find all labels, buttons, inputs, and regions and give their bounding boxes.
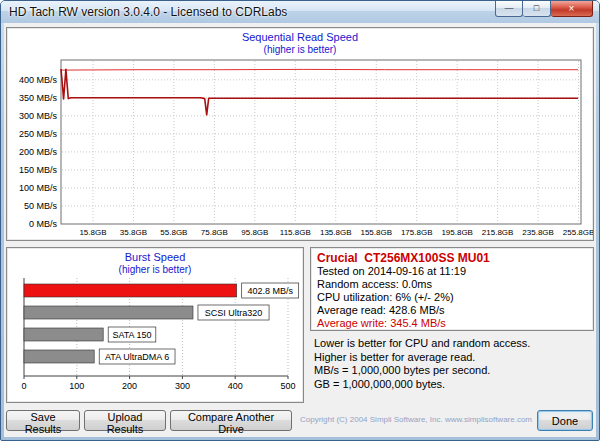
app-window: HD Tach RW version 3.0.4.0 - Licensed to… [0, 0, 600, 441]
close-button[interactable]: × [551, 1, 593, 17]
svg-text:ATA UltraDMA 6: ATA UltraDMA 6 [105, 352, 169, 362]
svg-text:215.8GB: 215.8GB [482, 228, 514, 237]
svg-text:100 MB/s: 100 MB/s [19, 183, 58, 193]
maximize-icon: □ [534, 4, 539, 13]
upload-results-button[interactable]: Upload Results [84, 410, 166, 431]
svg-text:75.8GB: 75.8GB [201, 228, 228, 237]
svg-text:200: 200 [122, 381, 137, 391]
read-chart-title: Sequential Read Speed [7, 31, 593, 44]
svg-text:255.8GB: 255.8GB [563, 228, 593, 237]
window-title: HD Tach RW version 3.0.4.0 - Licensed to… [9, 5, 287, 19]
average-write-line: Average write: 345.4 MB/s [317, 317, 587, 330]
average-read-line: Average read: 428.6 MB/s [317, 304, 587, 317]
tested-on-line: Tested on 2014-09-16 at 11:19 [317, 265, 587, 278]
random-access-line: Random access: 0.0ms [317, 278, 587, 291]
sequential-read-chart: 15.8GB35.8GB55.8GB75.8GB95.8GB115.8GB135… [7, 56, 593, 240]
svg-text:55.8GB: 55.8GB [160, 228, 187, 237]
svg-text:175.8GB: 175.8GB [401, 228, 433, 237]
svg-text:0 MB/s: 0 MB/s [29, 219, 58, 229]
svg-text:155.8GB: 155.8GB [360, 228, 392, 237]
svg-text:95.8GB: 95.8GB [241, 228, 268, 237]
notes: Lower is better for CPU and random acces… [314, 337, 596, 391]
note-line: GB = 1,000,000,000 bytes. [314, 378, 596, 392]
svg-text:235.8GB: 235.8GB [522, 228, 554, 237]
burst-chart-subtitle: (higher is better) [7, 264, 303, 276]
svg-text:115.8GB: 115.8GB [280, 228, 311, 237]
svg-text:100: 100 [69, 381, 84, 391]
burst-speed-chart: 0100200300400500402.8 MB/sSCSI Ultra320S… [8, 276, 302, 392]
done-button[interactable]: Done [537, 410, 593, 431]
svg-text:400: 400 [228, 381, 243, 391]
svg-text:50 MB/s: 50 MB/s [24, 201, 58, 211]
drive-info-panel: Crucial CT256MX100SS MU01 Tested on 2014… [310, 247, 594, 331]
svg-text:35.8GB: 35.8GB [120, 228, 147, 237]
sequential-read-panel: Sequential Read Speed (higher is better)… [6, 27, 594, 241]
svg-text:250 MB/s: 250 MB/s [19, 129, 58, 139]
note-line: Higher is better for average read. [314, 351, 596, 365]
svg-text:400 MB/s: 400 MB/s [19, 75, 58, 85]
svg-text:SATA 150: SATA 150 [112, 330, 151, 340]
minimize-icon: — [505, 4, 514, 13]
svg-text:350 MB/s: 350 MB/s [19, 93, 58, 103]
note-line: Lower is better for CPU and random acces… [314, 337, 596, 351]
read-chart-subtitle: (higher is better) [7, 44, 593, 56]
content-area: Sequential Read Speed (higher is better)… [4, 23, 596, 437]
svg-text:300 MB/s: 300 MB/s [19, 111, 58, 121]
minimize-button[interactable]: — [495, 1, 523, 17]
burst-chart-title: Burst Speed [7, 251, 303, 264]
svg-text:150 MB/s: 150 MB/s [19, 165, 58, 175]
svg-text:402.8 MB/s: 402.8 MB/s [247, 286, 293, 296]
save-results-button[interactable]: Save Results [6, 410, 80, 431]
svg-text:195.8GB: 195.8GB [441, 228, 473, 237]
svg-text:SCSI Ultra320: SCSI Ultra320 [205, 308, 263, 318]
close-icon: × [569, 4, 575, 14]
drive-name: Crucial CT256MX100SS MU01 [317, 251, 587, 265]
burst-speed-panel: Burst Speed (higher is better) 010020030… [6, 247, 304, 403]
maximize-button[interactable]: □ [523, 1, 551, 17]
cpu-utilization-line: CPU utilization: 6% (+/- 2%) [317, 291, 587, 304]
window-controls: — □ × [495, 1, 593, 17]
note-line: MB/s = 1,000,000 bytes per second. [314, 364, 596, 378]
copyright-text: Copyright (C) 2004 Simpli Software, Inc.… [296, 415, 536, 424]
svg-text:135.8GB: 135.8GB [320, 228, 352, 237]
compare-another-drive-button[interactable]: Compare Another Drive [170, 410, 292, 431]
svg-text:300: 300 [175, 381, 190, 391]
svg-text:200 MB/s: 200 MB/s [19, 147, 58, 157]
titlebar[interactable]: HD Tach RW version 3.0.4.0 - Licensed to… [1, 1, 599, 23]
svg-text:15.8GB: 15.8GB [79, 228, 106, 237]
svg-text:500: 500 [280, 381, 295, 391]
svg-text:0: 0 [21, 381, 26, 391]
